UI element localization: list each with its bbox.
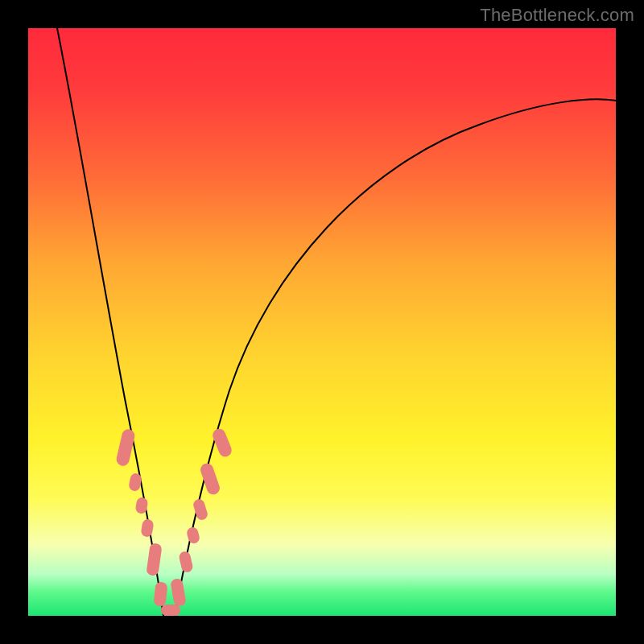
watermark-text: TheBottleneck.com [480, 5, 634, 26]
marker-capsule [161, 605, 180, 616]
plot-area [28, 28, 616, 616]
marker-capsule [140, 518, 154, 538]
marker-group [115, 427, 233, 616]
right-curve [175, 99, 616, 616]
marker-capsule [199, 461, 221, 496]
marker-capsule [170, 578, 187, 607]
curves-svg [28, 28, 616, 616]
marker-capsule [153, 581, 167, 606]
marker-capsule [186, 526, 201, 545]
marker-capsule [178, 551, 193, 573]
chart-stage: TheBottleneck.com [0, 0, 644, 644]
marker-capsule [146, 543, 162, 576]
marker-capsule [115, 428, 136, 467]
